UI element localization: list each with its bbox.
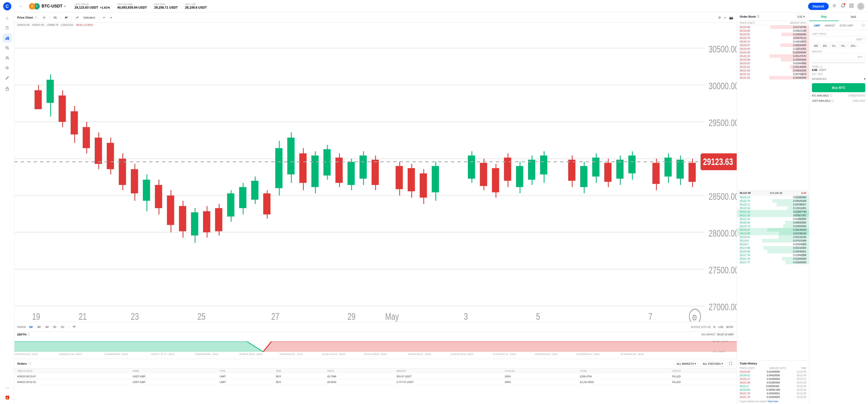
sidebar-item-portfolio[interactable] <box>3 53 12 62</box>
orderbook-bid-row[interactable]: 29122.83 0.03540001 <box>737 250 809 253</box>
orderbook-bid-row[interactable]: 29121.79 0.01000000 <box>737 257 809 260</box>
all-markets-dropdown[interactable]: ALL MARKETS ▾ <box>674 361 699 367</box>
advanced-row[interactable]: ADVANCED ▾ <box>812 77 865 81</box>
range-1m-button[interactable]: 1M <box>44 325 50 329</box>
bid-price-btn[interactable]: BID <box>821 44 829 48</box>
limit-tab[interactable]: LIMIT <box>812 23 822 28</box>
orderbook-bid-row[interactable]: 29124.13 0.01000000 <box>737 195 809 199</box>
orderbook-bid-row[interactable]: 29121.32 0.87827307 <box>737 214 809 217</box>
pct1-down-btn[interactable]: 1%↓ <box>830 44 838 48</box>
precision-selector[interactable]: 0.01 ▾ <box>796 14 806 19</box>
orderbook-bid-row[interactable]: 29118.7 0.02000000 <box>737 243 809 246</box>
settings-button[interactable] <box>831 3 837 10</box>
market-tab[interactable]: MARKET <box>823 23 837 28</box>
user-avatar[interactable] <box>857 3 864 10</box>
amount-input[interactable]: 0.00000000 <box>814 55 858 59</box>
orderbook-bid-row[interactable]: 29122.70 0.04020209 <box>737 199 809 203</box>
orderbook-ask-row[interactable]: 29133.74 0.41626873 <box>737 40 809 43</box>
orderbook-bid-row[interactable]: 29117.78 0.22992909 <box>737 253 809 257</box>
view-more-link[interactable]: View more <box>767 400 778 403</box>
orderbook-bid-row[interactable]: 29121.33 0.31587740 <box>737 210 809 214</box>
candle-switch-button[interactable] <box>71 325 77 329</box>
sell-tab[interactable]: Sell <box>839 13 868 21</box>
orderbook-ask-row[interactable]: 29133.09 0.02000000 <box>737 58 809 61</box>
orderbook-ask-row[interactable]: 29133.67 0.06500000 <box>737 43 809 47</box>
depth-info-icon[interactable]: ⓘ <box>27 333 30 336</box>
range-5d-button[interactable]: 5D <box>52 325 58 329</box>
orderbook-bid-row[interactable]: 29122.10 0.13314261 <box>737 206 809 210</box>
crosshair-button[interactable] <box>41 15 48 20</box>
orderbook-bid-row[interactable]: 29120.30 0.06500000 <box>737 221 809 224</box>
percent-btn[interactable]: % <box>712 325 717 329</box>
sidebar-item-chart[interactable] <box>3 33 12 42</box>
redo-button[interactable]: ↪ <box>108 15 114 20</box>
chart-expand-button[interactable]: ⤢ <box>723 15 727 20</box>
orderbook-ask-row[interactable]: 29133.07 0.02000000 <box>737 61 809 65</box>
total-info-icon[interactable]: ⓘ <box>820 65 822 68</box>
orderbook-bid-row[interactable]: 29117.77 0.02000000 <box>737 260 809 264</box>
orderbook-bid-row[interactable]: 29121.31 0.02000000 <box>737 217 809 221</box>
log-btn[interactable]: LOG <box>717 325 724 329</box>
auto-btn[interactable]: AUTO <box>725 325 734 329</box>
stop-limit-tab[interactable]: STOP LIMIT <box>838 23 855 28</box>
btc-info-icon[interactable]: ⓘ <box>830 94 832 97</box>
orderbook-ask-row[interactable]: 29134.09 0.01718784 <box>737 25 809 29</box>
orderbook-ask-row[interactable]: 29131.51 0.06700874 <box>737 72 809 76</box>
sidebar-item-gift[interactable]: 🎁 <box>3 393 12 402</box>
orderbook-ask-row[interactable]: 29131.81 0.05149900 <box>737 65 809 69</box>
orderbook-bid-row[interactable]: 29119.37 0.28144263 <box>737 228 809 231</box>
sidebar-item-history[interactable]: ⏱ <box>3 24 12 33</box>
indicators-label-button[interactable]: Indicators <box>82 15 97 20</box>
back-button[interactable]: ← <box>18 3 24 9</box>
timeframe-6h-button[interactable]: 6h <box>52 15 59 20</box>
limit-price-input[interactable]: 29127.13 <box>814 38 856 41</box>
usdt-info-icon[interactable]: ⓘ <box>831 99 834 102</box>
undo-button[interactable]: ↩ <box>101 15 107 20</box>
buy-btc-button[interactable]: Buy BTC <box>812 83 865 92</box>
orderbook-bid-row[interactable]: 29119.36 0.82338100 <box>737 231 809 235</box>
orderbook-bid-row[interactable]: 29116.8 0.07423399 <box>737 239 809 243</box>
order-type-more-button[interactable]: ⓘ <box>861 23 865 28</box>
pct10-down-btn[interactable]: 10%↓ <box>848 44 858 48</box>
sidebar-item-home[interactable]: ⌂ <box>3 13 12 23</box>
chart-settings-button[interactable]: ⚙ <box>717 15 722 20</box>
orderbook-bid-row[interactable]: 29119.73 0.02000000 <box>737 224 809 228</box>
orderbook-info-icon[interactable]: ⓘ <box>757 15 759 18</box>
range-3m-button[interactable]: 3M <box>36 325 42 329</box>
table-row[interactable]: 4/30/23 09:23:47 USDT-GBP LIMIT BUY £0.7… <box>14 374 737 379</box>
notifications-button[interactable] <box>840 3 846 10</box>
orderbook-ask-row[interactable]: 29134.00 0.43023200 <box>737 29 809 33</box>
orderbook-bid-row[interactable]: 29122.11 0.09788557 <box>737 203 809 206</box>
orderbook-ask-row[interactable]: 29133.45 0.13314261 <box>737 47 809 51</box>
orders-expand-button[interactable] <box>727 361 734 367</box>
orderbook-ask-row[interactable]: 29133.75 0.69378115 <box>737 36 809 40</box>
pair-selector[interactable]: ₿ T BTC-USDT ▾ <box>29 3 66 9</box>
grid-button[interactable] <box>848 3 855 10</box>
chart-info-icon[interactable]: ⓘ <box>35 16 37 19</box>
orderbook-ask-row[interactable]: 29133.91 0.02000000 <box>737 33 809 36</box>
chart-camera-button[interactable]: 📷 <box>728 15 734 20</box>
table-row[interactable]: 4/06/23 20:52:15 USDT-GBP LIMIT BUY £0.8… <box>14 379 737 385</box>
pct5-down-btn[interactable]: 5%↓ <box>839 44 847 48</box>
orderbook-ask-row[interactable]: 29133.28 0.02000000 <box>737 51 809 54</box>
sidebar-item-more[interactable]: ⋯ <box>3 383 12 392</box>
candle-button[interactable] <box>63 15 70 20</box>
deposit-button[interactable]: Deposit <box>808 3 829 10</box>
orderbook-ask-row[interactable]: 29131.50 0.02000000 <box>737 76 809 80</box>
sidebar-item-annotations[interactable] <box>3 73 12 82</box>
mid-price-btn[interactable]: MID <box>812 44 820 48</box>
range-6m-button[interactable]: 6M <box>28 325 34 329</box>
orders-info-icon[interactable]: ⓘ <box>29 362 31 365</box>
amount-slider[interactable] <box>812 62 865 63</box>
all-statuses-dropdown[interactable]: ALL STATUSES ▾ <box>700 361 725 367</box>
buy-tab[interactable]: Buy <box>809 13 839 21</box>
orderbook-bid-row[interactable]: 29117.86 0.05150364 <box>737 246 809 250</box>
sidebar-item-percent[interactable]: % <box>3 43 12 53</box>
orderbook-ask-row[interactable]: 29131.52 0.04020209 <box>737 69 809 72</box>
sidebar-item-blocked[interactable]: ⊘ <box>3 63 12 72</box>
sidebar-item-lock[interactable] <box>3 84 12 93</box>
range-1d-button[interactable]: 1D <box>59 325 65 329</box>
orderbook-bid-row[interactable]: 29119.01 0.05150160 <box>737 235 809 239</box>
indicators-button[interactable] <box>74 15 81 20</box>
orderbook-ask-row[interactable]: 29133.10 0.05147670 <box>737 54 809 58</box>
